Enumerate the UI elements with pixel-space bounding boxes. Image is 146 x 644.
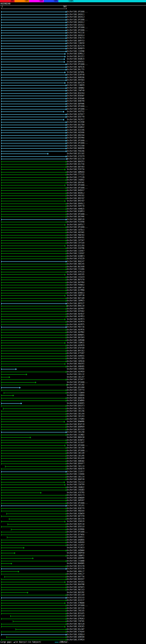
hit-bar[interactable] <box>1 343 65 343</box>
hit-label[interactable]: UniRef100_A6YM73 <box>67 318 84 320</box>
hit-label[interactable]: UniRef100_B6DER0 <box>67 148 84 150</box>
hit-label[interactable]: UniRef100_Q22ZJ7 <box>67 600 84 601</box>
hit-label[interactable]: UniRef100_C4Y1U4 <box>67 242 84 244</box>
hit-label[interactable]: UniRef100_UP1000... <box>67 502 88 504</box>
hit-bar[interactable] <box>1 296 65 296</box>
hit-label[interactable]: UniRef100_C5KTW1 <box>67 620 84 622</box>
hit-label[interactable]: UniRef100_Q4GXL4 <box>67 35 84 36</box>
hit-label[interactable]: UniRef100_Q17MR0 <box>67 290 84 291</box>
hit-bar[interactable] <box>1 374 26 375</box>
hit-label[interactable]: UniRef100_Q5CAR8 <box>67 387 84 388</box>
hit-label[interactable]: UniRef100_Q31J10 <box>67 158 84 160</box>
hit-bar[interactable] <box>1 109 66 110</box>
hit-bar[interactable] <box>1 72 65 73</box>
hit-label[interactable]: UniRef100_C0PT38 <box>67 295 84 296</box>
hit-bar[interactable] <box>1 90 66 91</box>
hit-label[interactable]: UniRef100_P46286 <box>67 150 84 152</box>
hit-bar[interactable] <box>6 514 66 514</box>
hit-bar[interactable] <box>1 33 66 33</box>
hit-bar[interactable] <box>1 511 66 511</box>
hit-bar[interactable] <box>1 309 66 309</box>
hit-bar[interactable] <box>1 571 18 572</box>
hit-bar[interactable] <box>1 479 66 480</box>
hit-bar[interactable] <box>1 230 66 230</box>
hit-label[interactable]: UniRef100_A4RVW0 <box>67 340 84 341</box>
hit-label[interactable]: UniRef100_A4H5C1 <box>67 536 84 538</box>
hit-label[interactable]: UniRef100_Q5KBI3 <box>67 292 84 294</box>
hit-bar[interactable] <box>1 196 66 196</box>
hit-bar[interactable] <box>1 614 66 614</box>
hit-bar[interactable] <box>1 503 66 504</box>
hit-label[interactable]: UniRef100_P13023 <box>67 547 84 549</box>
hit-label[interactable]: UniRef100_Q4T09L <box>67 72 84 73</box>
hit-bar[interactable] <box>1 492 40 493</box>
hit-bar[interactable] <box>1 36 66 36</box>
hit-bar[interactable] <box>1 127 66 128</box>
hit-bar[interactable] <box>13 621 66 622</box>
hit-label[interactable]: UniRef100_C7T1Z0 <box>67 176 84 178</box>
hit-label[interactable]: UniRef100_C3ZEN8 <box>67 50 84 52</box>
hit-bar[interactable] <box>5 466 66 467</box>
hit-bar[interactable] <box>1 464 66 464</box>
hit-bar[interactable] <box>1 85 66 86</box>
hit-label[interactable]: UniRef100_B3P110 <box>67 524 84 525</box>
hit-bar[interactable] <box>1 568 66 569</box>
hit-bar[interactable] <box>1 327 66 327</box>
hit-bar[interactable] <box>1 28 66 28</box>
hit-label[interactable]: UniRef100_C1E9E7 <box>67 250 84 252</box>
hit-bar[interactable] <box>1 46 66 46</box>
hit-bar[interactable] <box>1 358 66 359</box>
hit-label[interactable]: UniRef100_UP1000... <box>67 11 88 13</box>
hit-label[interactable]: UniRef100_A7KCY3 <box>67 37 84 39</box>
hit-bar[interactable] <box>1 582 65 582</box>
hit-label[interactable]: UniRef100_Q4GXL2 <box>67 22 84 23</box>
hit-label[interactable]: UniRef100_A8E245 <box>67 263 84 265</box>
hit-label[interactable]: UniRef100_A7NQ08 <box>67 602 84 604</box>
hit-bar[interactable] <box>1 619 66 619</box>
hit-label[interactable]: UniRef100_C8CLR1 <box>67 505 84 507</box>
hit-bar[interactable] <box>1 351 66 351</box>
hit-label[interactable]: UniRef100_B2B7Y9 <box>67 508 84 510</box>
hit-bar[interactable] <box>1 54 65 54</box>
hit-label[interactable]: UniRef100_A5DW59 <box>67 513 84 515</box>
hit-bar[interactable] <box>1 558 32 558</box>
hit-bar[interactable] <box>1 356 66 356</box>
hit-label[interactable]: UniRef100_Q6BR69 <box>67 426 84 428</box>
hit-bar[interactable] <box>1 148 66 149</box>
hit-label[interactable]: UniRef100_Q01370 <box>67 518 84 520</box>
hit-label[interactable]: UniRef100_C5P7T4 <box>67 389 84 391</box>
hit-bar[interactable] <box>1 156 66 157</box>
hit-label[interactable]: UniRef100_A6YM53 <box>67 316 84 318</box>
hit-label[interactable]: UniRef100_Q76YQ9 <box>67 347 84 349</box>
hit-bar[interactable] <box>1 422 64 422</box>
hit-bar[interactable] <box>1 432 66 432</box>
hit-bar[interactable] <box>1 125 66 125</box>
hit-label[interactable]: UniRef100_C9SPQ5 <box>67 368 84 370</box>
hit-label[interactable]: UniRef100_Q6CHH6 <box>67 216 84 218</box>
hit-bar[interactable] <box>1 364 65 364</box>
hit-bar[interactable] <box>1 96 66 96</box>
hit-bar[interactable] <box>1 332 66 332</box>
hit-bar[interactable] <box>1 14 66 15</box>
hit-bar[interactable] <box>1 377 9 378</box>
hit-bar[interactable] <box>1 132 66 133</box>
hit-label[interactable]: UniRef100_Q4KT16 <box>67 287 84 289</box>
hit-label[interactable]: UniRef100_B5Y3C8 <box>67 429 84 431</box>
hit-bar[interactable] <box>1 346 66 346</box>
hit-bar[interactable] <box>1 41 66 41</box>
hit-label[interactable]: UniRef100_C0HBN2 <box>67 87 84 89</box>
hit-bar[interactable] <box>1 540 66 540</box>
hit-bar[interactable] <box>1 416 66 417</box>
hit-label[interactable]: UniRef100_Q4P5L7 <box>67 224 84 226</box>
hit-bar[interactable] <box>1 64 66 65</box>
hit-bar[interactable] <box>1 435 66 435</box>
hit-bar[interactable] <box>1 453 66 454</box>
hit-label[interactable]: UniRef100_B9Y3E2 <box>67 350 84 352</box>
hit-label[interactable]: UniRef100_B6AFN8 <box>67 584 84 586</box>
hit-label[interactable]: UniRef100_B55370 <box>67 566 84 567</box>
hit-bar[interactable] <box>1 534 66 535</box>
hit-label[interactable]: UniRef100_UP1000... <box>67 64 88 65</box>
hit-bar[interactable] <box>1 403 21 404</box>
hit-bar[interactable] <box>1 414 66 414</box>
hit-label[interactable]: UniRef100_B4F756 <box>67 576 84 578</box>
